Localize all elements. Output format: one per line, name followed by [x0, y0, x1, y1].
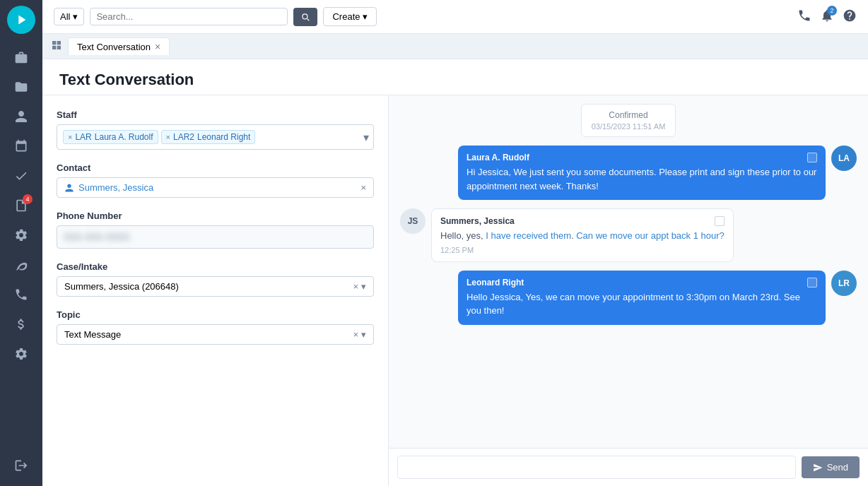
case-label: Case/Intake: [57, 261, 374, 272]
staff-section: Staff × LAR Laura A. Rudolf × LAR2 Leona…: [57, 109, 374, 150]
client-sender: Summers, Jessica: [440, 216, 515, 226]
message-sender-2: Leonard Right: [467, 278, 524, 288]
calendar-icon[interactable]: [8, 134, 34, 159]
topic-dropdown-icon[interactable]: ▾: [361, 329, 366, 340]
right-panel: Confirmed 03/15/2023 11:51 AM Laura A. R…: [389, 95, 868, 486]
staff-tag-lar-initials: LAR: [75, 132, 91, 142]
contact-field[interactable]: Summers, Jessica ×: [57, 177, 374, 198]
topic-field[interactable]: Text Message × ▾: [57, 324, 374, 345]
topic-clear-icon[interactable]: ×: [353, 329, 358, 340]
text-part-4: Can we move our appt back 1 hour?: [576, 230, 725, 241]
tab-close-button[interactable]: ×: [155, 41, 160, 52]
phone-section: Phone Number 555-555-5555: [57, 211, 374, 249]
staff-tag-lar2-remove[interactable]: ×: [166, 133, 170, 141]
filter-chevron-icon: ▾: [73, 11, 78, 22]
tools-icon[interactable]: [8, 223, 34, 248]
client-message-checkbox[interactable]: [715, 216, 725, 226]
topic-value: Text Message: [64, 329, 121, 340]
page-title: Text Conversation: [42, 59, 868, 95]
main-area: All ▾ Create ▾ 2: [42, 0, 868, 486]
client-message-text: Hello, yes, I have received them. Can we…: [440, 229, 725, 243]
create-button[interactable]: Create ▾: [323, 7, 377, 26]
case-clear-icon[interactable]: ×: [353, 281, 358, 292]
logout-icon[interactable]: [8, 453, 34, 478]
contact-label: Contact: [57, 162, 374, 173]
search-button[interactable]: [293, 8, 317, 26]
staff-tag-lar-remove[interactable]: ×: [68, 133, 72, 141]
system-message: Confirmed 03/15/2023 11:51 AM: [581, 104, 676, 137]
chat-messages: Confirmed 03/15/2023 11:51 AM Laura A. R…: [389, 95, 868, 448]
filter-select[interactable]: All ▾: [54, 8, 84, 25]
top-bar-actions: 2: [797, 8, 857, 25]
phone-label: Phone Number: [57, 211, 374, 221]
documents-icon[interactable]: 4: [8, 193, 34, 218]
staff-tag-lar: × LAR Laura A. Rudolf: [63, 130, 158, 144]
message-checkbox-2[interactable]: [807, 278, 817, 288]
staff-dropdown-icon[interactable]: ▾: [363, 131, 369, 144]
notification-badge: 2: [827, 6, 837, 16]
case-dropdown-icon[interactable]: ▾: [361, 281, 366, 292]
contact-name: Summers, Jessica: [64, 182, 153, 193]
send-label: Send: [827, 462, 848, 473]
case-section: Case/Intake Summers, Jessica (206648) × …: [57, 261, 374, 297]
message-header-2: Leonard Right: [467, 278, 817, 288]
search-input[interactable]: [96, 11, 281, 22]
workflow-icon[interactable]: [8, 252, 34, 278]
briefcase-icon[interactable]: [8, 45, 34, 70]
documents-badge: 4: [23, 194, 33, 204]
case-field-actions: × ▾: [353, 281, 366, 292]
search-container: [90, 8, 288, 25]
client-message-bubble: Summers, Jessica Hello, yes, I have rece…: [431, 208, 734, 262]
topic-section: Topic Text Message × ▾: [57, 309, 374, 345]
text-part-1: Hello, yes,: [440, 230, 486, 241]
system-message-timestamp: 03/15/2023 11:51 AM: [592, 122, 666, 131]
tab-bar: Text Conversation ×: [42, 34, 868, 59]
help-button[interactable]: [843, 8, 857, 25]
contact-name-text: Summers, Jessica: [78, 182, 153, 193]
case-field[interactable]: Summers, Jessica (206648) × ▾: [57, 276, 374, 297]
tasks-icon[interactable]: [8, 163, 34, 189]
client-message-header: Summers, Jessica: [440, 216, 725, 226]
phone-icon-button[interactable]: [797, 8, 811, 25]
staff-label: Staff: [57, 109, 374, 120]
page-body: Text Conversation Staff × LAR Laura A. R…: [42, 59, 868, 486]
message-jessica: JS Summers, Jessica Hello, yes, I have r…: [400, 208, 857, 262]
left-panel: Staff × LAR Laura A. Rudolf × LAR2 Leona…: [42, 95, 389, 486]
contacts-icon[interactable]: [8, 104, 34, 129]
phone-log-icon[interactable]: [8, 282, 34, 307]
top-bar: All ▾ Create ▾ 2: [42, 0, 868, 34]
send-button[interactable]: Send: [802, 456, 860, 478]
tab-label: Text Conversation: [77, 42, 151, 52]
staff-tag-lar2: × LAR2 Leonard Right: [161, 130, 256, 144]
staff-message-bubble: Laura A. Rudolf Hi Jessica, We just sent…: [458, 146, 826, 200]
message-text: Hi Jessica, We just sent you some docume…: [467, 165, 817, 193]
app-logo[interactable]: [7, 6, 35, 34]
chat-input[interactable]: [397, 456, 796, 479]
topic-label: Topic: [57, 309, 374, 320]
contact-section: Contact Summers, Jessica ×: [57, 162, 374, 198]
staff-tag-input[interactable]: × LAR Laura A. Rudolf × LAR2 Leonard Rig…: [57, 124, 374, 150]
message-text-2: Hello Jessica, Yes, we can move your app…: [467, 290, 817, 318]
message-sender: Laura A. Rudolf: [467, 153, 529, 162]
staff-tag-lar2-initials: LAR2: [173, 132, 194, 142]
avatar-la: LA: [831, 146, 857, 171]
avatar-js: JS: [400, 208, 426, 234]
contact-clear-icon[interactable]: ×: [360, 182, 366, 193]
staff-tag-lar-name: Laura A. Rudolf: [95, 132, 153, 142]
staff-message-bubble-2: Leonard Right Hello Jessica, Yes, we can…: [458, 271, 826, 325]
content-area: Staff × LAR Laura A. Rudolf × LAR2 Leona…: [42, 95, 868, 486]
create-chevron-icon: ▾: [363, 11, 368, 22]
tab-text-conversation[interactable]: Text Conversation ×: [68, 37, 170, 55]
notifications-button[interactable]: 2: [820, 8, 834, 25]
tab-grid-icon[interactable]: [51, 40, 62, 54]
settings-icon[interactable]: [8, 341, 34, 367]
left-navigation: 4: [0, 0, 42, 486]
topic-field-actions: × ▾: [353, 329, 366, 340]
message-leonard: Leonard Right Hello Jessica, Yes, we can…: [400, 271, 857, 325]
folder-icon[interactable]: [8, 74, 34, 100]
case-value: Summers, Jessica (206648): [64, 281, 179, 292]
billing-icon[interactable]: [8, 312, 34, 337]
text-part-2: I have received them: [486, 230, 571, 241]
svg-marker-0: [18, 16, 25, 25]
message-checkbox[interactable]: [807, 153, 817, 162]
